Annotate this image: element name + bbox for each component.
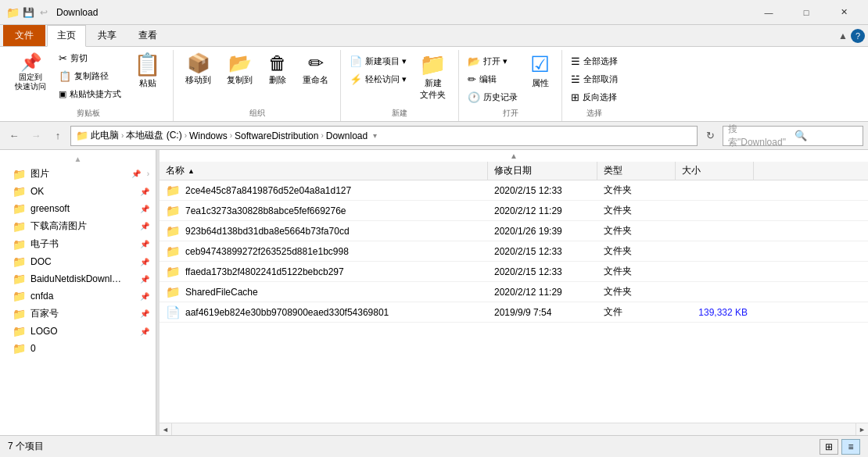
file-row-4[interactable]: 📁 ceb94743899272f263525d881e1bc998 2020/… bbox=[160, 241, 868, 262]
invert-select-icon: ⊞ bbox=[571, 91, 579, 103]
ribbon-collapse-icon[interactable]: ▲ bbox=[838, 30, 848, 41]
pin-icon-ebooks: 📌 bbox=[140, 240, 149, 248]
maximize-button[interactable]: □ bbox=[788, 0, 824, 25]
invert-select-button[interactable]: ⊞ 反向选择 bbox=[567, 89, 622, 105]
h-scroll-right-button[interactable]: ► bbox=[855, 423, 868, 436]
folder-icon-logo: 📁 bbox=[13, 325, 26, 337]
folder-icon-pictures: 📁 bbox=[13, 168, 26, 180]
back-button[interactable]: ← bbox=[5, 127, 23, 145]
details-view-button[interactable]: ≡ bbox=[841, 439, 860, 455]
h-scroll-track[interactable] bbox=[172, 423, 855, 435]
up-button[interactable]: ↑ bbox=[48, 127, 67, 145]
cut-icon: ✂ bbox=[59, 52, 67, 64]
folder-icon-6: 📁 bbox=[166, 285, 181, 299]
refresh-button[interactable]: ↻ bbox=[701, 127, 719, 145]
sidebar-item-zero[interactable]: 📁 0 bbox=[0, 340, 156, 357]
file-row-2[interactable]: 📁 7ea1c3273a30828b8abce5fef669276e 2020/… bbox=[160, 201, 868, 221]
file-row-5[interactable]: 📁 ffaeda173b2f4802241d5122bebcb297 2020/… bbox=[160, 262, 868, 282]
tab-home[interactable]: 主页 bbox=[47, 25, 86, 47]
copy-path-button[interactable]: 📋 复制路径 bbox=[55, 68, 125, 84]
col-date-label: 修改日期 bbox=[494, 164, 532, 177]
sidebar-item-ebooks[interactable]: 📁 电子书 📌 bbox=[0, 235, 156, 253]
delete-icon: 🗑 bbox=[268, 54, 287, 73]
folder-icon-3: 📁 bbox=[166, 224, 181, 238]
history-button[interactable]: 🕐 历史记录 bbox=[464, 89, 522, 105]
file-size-2 bbox=[676, 201, 754, 220]
cut-button[interactable]: ✂ 剪切 bbox=[55, 50, 125, 66]
sidebar-item-pictures[interactable]: 📁 图片 📌 › bbox=[0, 165, 156, 183]
select-none-button[interactable]: ☱ 全部取消 bbox=[567, 71, 622, 87]
col-header-size[interactable]: 大小 bbox=[676, 162, 754, 180]
move-to-button[interactable]: 📦 移动到 bbox=[178, 50, 218, 90]
rename-button[interactable]: ✏ 重命名 bbox=[296, 50, 335, 90]
pin-to-quick-access-button[interactable]: 📌 固定到快速访问 bbox=[8, 50, 53, 95]
file-row-1[interactable]: 📁 2ce4e45c87a8419876d52e04a8a1d127 2020/… bbox=[160, 180, 868, 201]
close-button[interactable]: ✕ bbox=[826, 0, 862, 25]
folder-icon-baidu: 📁 bbox=[13, 273, 26, 285]
address-part-softwaredist[interactable]: SoftwareDistribution bbox=[235, 130, 318, 141]
file-list[interactable]: 📁 2ce4e45c87a8419876d52e04a8a1d127 2020/… bbox=[160, 180, 868, 423]
col-header-name[interactable]: 名称 ▲ bbox=[160, 162, 488, 180]
edit-button[interactable]: ✏ 编辑 bbox=[464, 71, 522, 87]
col-header-type[interactable]: 类型 bbox=[597, 162, 676, 180]
tab-file[interactable]: 文件 bbox=[3, 25, 45, 46]
sidebar-item-cnfda[interactable]: 📁 cnfda 📌 bbox=[0, 287, 156, 305]
delete-button[interactable]: 🗑 删除 bbox=[261, 50, 294, 90]
sidebar-item-doc[interactable]: 📁 DOC 📌 bbox=[0, 253, 156, 270]
sidebar-item-baijiahao[interactable]: 📁 百家号 📌 bbox=[0, 305, 156, 323]
new-folder-button[interactable]: 📁 新建文件夹 bbox=[412, 50, 454, 105]
address-part-computer[interactable]: 此电脑 bbox=[91, 129, 119, 142]
address-part-download[interactable]: Download bbox=[326, 130, 368, 141]
search-bar[interactable]: 搜索"Download" 🔍 bbox=[723, 126, 863, 146]
address-sep-1: › bbox=[121, 131, 124, 140]
paste-shortcut-label: 粘贴快捷方式 bbox=[70, 88, 121, 100]
address-part-disk[interactable]: 本地磁盘 (C:) bbox=[126, 129, 181, 142]
col-name-label: 名称 bbox=[166, 164, 185, 177]
sidebar-item-greensoft[interactable]: 📁 greensoft 📌 bbox=[0, 200, 156, 217]
list-view-button[interactable]: ⊞ bbox=[820, 439, 838, 455]
pin-icon-baijiahao: 📌 bbox=[140, 309, 149, 318]
edit-icon: ✏ bbox=[468, 73, 476, 85]
ribbon-group-organize: 📦 移动到 📂 复制到 🗑 删除 ✏ 重命名 组织 bbox=[174, 50, 341, 121]
col-type-label: 类型 bbox=[604, 164, 622, 177]
help-icon[interactable]: ? bbox=[851, 29, 865, 43]
paste-shortcut-button[interactable]: ▣ 粘贴快捷方式 bbox=[55, 86, 125, 102]
address-bar[interactable]: 📁 此电脑 › 本地磁盘 (C:) › Windows › SoftwareDi… bbox=[70, 126, 698, 146]
search-icon[interactable]: 🔍 bbox=[794, 130, 858, 141]
file-row-7[interactable]: 📄 aaf4619eb824e30bb9708900eaed330f543698… bbox=[160, 302, 868, 323]
horizontal-scrollbar[interactable]: ◄ ► bbox=[160, 423, 868, 435]
forward-button[interactable]: → bbox=[27, 127, 45, 145]
file-type-6: 文件夹 bbox=[597, 282, 676, 302]
rename-label: 重命名 bbox=[303, 74, 328, 86]
window-title: Download bbox=[56, 7, 98, 18]
pin-icon-ok: 📌 bbox=[140, 187, 149, 196]
sidebar-item-ok[interactable]: 📁 OK 📌 bbox=[0, 183, 156, 200]
file-row-3[interactable]: 📁 923b64d138bd31dba8e5664b73fa70cd 2020/… bbox=[160, 221, 868, 241]
file-name-5: 📁 ffaeda173b2f4802241d5122bebcb297 bbox=[160, 262, 488, 281]
properties-button[interactable]: ☑ 属性 bbox=[523, 50, 557, 93]
minimize-button[interactable]: — bbox=[751, 0, 787, 25]
address-dropdown-icon[interactable]: ▾ bbox=[373, 131, 377, 140]
address-part-windows[interactable]: Windows bbox=[189, 130, 228, 141]
file-name-6: 📁 SharedFileCache bbox=[160, 282, 488, 302]
address-sep-4: › bbox=[321, 131, 323, 140]
sidebar-item-logo[interactable]: 📁 LOGO 📌 bbox=[0, 323, 156, 340]
select-none-label: 全部取消 bbox=[583, 73, 618, 85]
copy-to-button[interactable]: 📂 复制到 bbox=[220, 50, 260, 90]
easy-access-button[interactable]: ⚡ 轻松访问 ▾ bbox=[346, 71, 411, 87]
sidebar-item-download-pics[interactable]: 📁 下载高清图片 📌 bbox=[0, 217, 156, 235]
new-item-button[interactable]: 📄 新建项目 ▾ bbox=[346, 53, 411, 70]
sidebar-item-baidu[interactable]: 📁 BaiduNetdiskDownloa… 📌 bbox=[0, 270, 156, 287]
tab-share[interactable]: 共享 bbox=[88, 25, 127, 46]
history-icon: 🕐 bbox=[468, 91, 480, 103]
col-header-date[interactable]: 修改日期 bbox=[488, 162, 597, 180]
sidebar-label-ebooks: 电子书 bbox=[30, 237, 59, 251]
select-all-button[interactable]: ☰ 全部选择 bbox=[567, 53, 622, 70]
sidebar-label-ok: OK bbox=[30, 186, 44, 197]
file-row-6[interactable]: 📁 SharedFileCache 2020/2/12 11:29 文件夹 bbox=[160, 282, 868, 302]
h-scroll-left-button[interactable]: ◄ bbox=[160, 423, 172, 436]
easy-access-icon: ⚡ bbox=[350, 73, 362, 85]
tab-view[interactable]: 查看 bbox=[128, 25, 167, 46]
paste-button[interactable]: 📋 粘贴 bbox=[127, 50, 168, 93]
open-button[interactable]: 📂 打开 ▾ bbox=[464, 53, 522, 70]
